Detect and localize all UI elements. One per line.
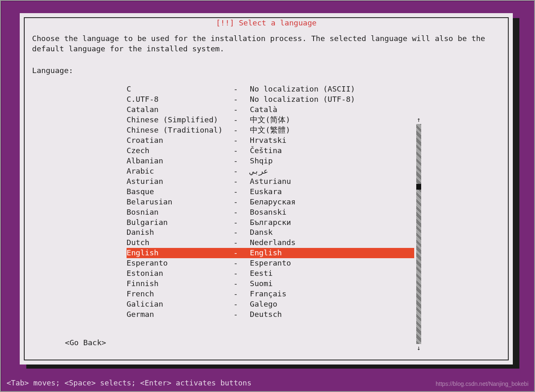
watermark-text: https://blog.csdn.net/Nanjing_bokebi — [436, 380, 528, 388]
separator: - — [233, 299, 250, 309]
installer-background: [!!] Select a language Choose the langua… — [2, 2, 534, 391]
localized-name: 中文(繁體) — [250, 125, 414, 135]
localized-name: Dansk — [250, 227, 414, 238]
language-item[interactable]: Dutch-Nederlands — [127, 238, 414, 248]
separator: - — [233, 238, 250, 248]
language-item[interactable]: Basque-Euskara — [127, 187, 414, 197]
separator: - — [233, 177, 250, 187]
language-item[interactable]: English-English — [127, 248, 414, 258]
separator: - — [233, 218, 250, 228]
separator: - — [233, 187, 250, 197]
separator: - — [233, 115, 250, 125]
dialog-content: Choose the language to be used for the i… — [32, 34, 500, 320]
localized-name: Euskara — [250, 187, 414, 197]
scrollbar[interactable]: ↑ ↓ — [416, 117, 421, 351]
language-name: Esperanto — [127, 258, 233, 268]
localized-name: Deutsch — [250, 309, 414, 320]
language-item[interactable]: Catalan-Català — [127, 105, 414, 115]
separator: - — [233, 268, 250, 279]
localized-name: Беларуская — [250, 197, 414, 207]
language-item[interactable]: Bosnian-Bosanski — [127, 207, 414, 218]
key-hints: <Tab> moves; <Space> selects; <Enter> ac… — [7, 378, 251, 388]
scrollbar-track[interactable] — [416, 124, 421, 344]
localized-name: Suomi — [250, 279, 414, 289]
separator: - — [233, 309, 250, 320]
language-name: Arabic — [127, 166, 233, 177]
go-back-button[interactable]: <Go Back> — [65, 338, 106, 348]
localized-name: 中文(简体) — [250, 115, 414, 125]
separator: - — [233, 156, 250, 166]
language-name: Basque — [127, 187, 233, 197]
localized-name: No localization (UTF-8) — [250, 94, 414, 105]
language-item[interactable]: Finnish-Suomi — [127, 279, 414, 289]
language-item[interactable]: Danish-Dansk — [127, 227, 414, 238]
separator: - — [233, 84, 250, 94]
language-name: Croatian — [127, 135, 233, 146]
prompt-label: Language: — [32, 66, 500, 76]
language-name: Galician — [127, 299, 233, 309]
language-item[interactable]: Asturian-Asturianu — [127, 177, 414, 187]
localized-name: Asturianu — [250, 177, 414, 187]
language-name: C.UTF-8 — [127, 94, 233, 105]
scroll-up-icon[interactable]: ↑ — [417, 117, 421, 123]
language-item[interactable]: Esperanto-Esperanto — [127, 258, 414, 268]
separator: - — [233, 279, 250, 289]
language-list[interactable]: C-No localization (ASCII)C.UTF-8-No loca… — [127, 84, 414, 320]
language-name: Estonian — [127, 268, 233, 279]
separator: - — [233, 105, 250, 115]
language-name: Bulgarian — [127, 218, 233, 228]
language-name: Dutch — [127, 238, 233, 248]
separator: - — [233, 258, 250, 268]
language-name: English — [127, 248, 233, 258]
language-name: Belarusian — [127, 197, 233, 207]
language-name: Bosnian — [127, 207, 233, 218]
localized-name: Esperanto — [250, 258, 414, 268]
language-item[interactable]: Bulgarian-Български — [127, 218, 414, 228]
separator: - — [233, 207, 250, 218]
localized-name: Bosanski — [250, 207, 414, 218]
language-name: Finnish — [127, 279, 233, 289]
language-name: German — [127, 309, 233, 320]
language-item[interactable]: Arabic-عربي — [127, 166, 414, 177]
language-item[interactable]: Chinese (Traditional)-中文(繁體) — [127, 125, 414, 135]
separator: - — [233, 197, 250, 207]
language-item[interactable]: Belarusian-Беларуская — [127, 197, 414, 207]
language-item[interactable]: Croatian-Hrvatski — [127, 135, 414, 146]
dialog-title: [!!] Select a language — [211, 18, 321, 28]
localized-name: Čeština — [250, 146, 414, 156]
localized-name: English — [250, 248, 414, 258]
localized-name: Eesti — [250, 268, 414, 279]
localized-name: عربي — [250, 166, 414, 177]
language-name: Chinese (Simplified) — [127, 115, 233, 125]
language-item[interactable]: Czech-Čeština — [127, 146, 414, 156]
separator: - — [233, 94, 250, 105]
scroll-down-icon[interactable]: ↓ — [417, 345, 421, 351]
scrollbar-thumb[interactable] — [416, 184, 421, 190]
language-name: French — [127, 289, 233, 299]
localized-name: No localization (ASCII) — [250, 84, 414, 94]
language-item[interactable]: French-Français — [127, 289, 414, 299]
localized-name: Nederlands — [250, 238, 414, 248]
language-item[interactable]: C.UTF-8-No localization (UTF-8) — [127, 94, 414, 105]
separator: - — [233, 289, 250, 299]
dialog-box: [!!] Select a language Choose the langua… — [20, 13, 513, 364]
separator: - — [233, 146, 250, 156]
separator: - — [233, 135, 250, 146]
language-item[interactable]: C-No localization (ASCII) — [127, 84, 414, 94]
localized-name: Български — [250, 218, 414, 228]
language-item[interactable]: Galician-Galego — [127, 299, 414, 309]
language-item[interactable]: Estonian-Eesti — [127, 268, 414, 279]
language-name: Danish — [127, 227, 233, 238]
language-name: Asturian — [127, 177, 233, 187]
language-item[interactable]: German-Deutsch — [127, 309, 414, 320]
language-name: C — [127, 84, 233, 94]
separator: - — [233, 248, 250, 258]
language-name: Catalan — [127, 105, 233, 115]
separator: - — [233, 166, 250, 177]
localized-name: Català — [250, 105, 414, 115]
language-item[interactable]: Albanian-Shqip — [127, 156, 414, 166]
separator: - — [233, 227, 250, 238]
description-text: Choose the language to be used for the i… — [32, 34, 500, 54]
language-item[interactable]: Chinese (Simplified)-中文(简体) — [127, 115, 414, 125]
language-name: Albanian — [127, 156, 233, 166]
